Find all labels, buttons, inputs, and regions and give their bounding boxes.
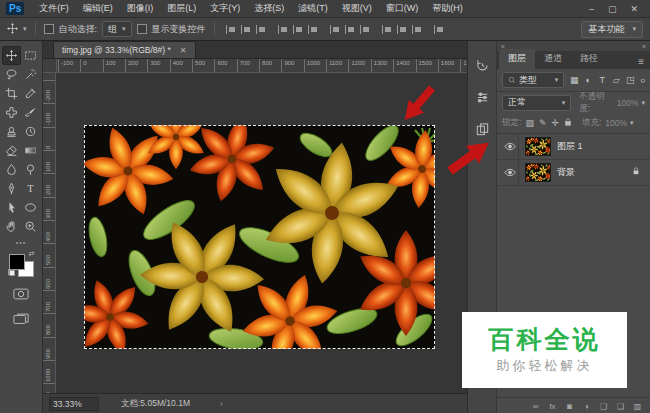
- tool-eraser[interactable]: [2, 141, 21, 160]
- new-group-icon[interactable]: ❑: [599, 402, 608, 411]
- adjustment-layer-filter-icon[interactable]: ◐: [582, 75, 594, 85]
- layer-filter-dropdown[interactable]: 类型 ▾: [502, 72, 564, 88]
- menu-item[interactable]: 图像(I): [120, 2, 161, 15]
- default-colors-icon[interactable]: [8, 269, 15, 276]
- layer-style-icon[interactable]: fx: [548, 402, 557, 411]
- tool-crop[interactable]: [2, 84, 21, 103]
- tool-eyedropper[interactable]: [21, 84, 40, 103]
- visibility-eye-icon[interactable]: [501, 160, 519, 185]
- blend-mode-dropdown[interactable]: 正常 ▾: [502, 95, 571, 111]
- tool-move[interactable]: [2, 46, 21, 65]
- distribute-left-edges[interactable]: [380, 24, 393, 35]
- snapshot-panel-icon[interactable]: [472, 119, 492, 139]
- lock-position-icon[interactable]: ✛: [551, 118, 559, 128]
- menu-item[interactable]: 图层(L): [160, 2, 203, 15]
- horizontal-ruler[interactable]: -100010020030040050060070080090010001100…: [56, 59, 467, 73]
- lock-image-pixels-icon[interactable]: ✎: [539, 118, 547, 128]
- tool-lasso[interactable]: [2, 65, 21, 84]
- canvas-viewport[interactable]: -100010020030040050060070080090010001100…: [43, 59, 467, 393]
- close-button[interactable]: ✕: [630, 4, 638, 14]
- maximize-button[interactable]: ▢: [608, 4, 617, 14]
- type-layer-filter-icon[interactable]: T: [596, 75, 608, 85]
- canvas-image[interactable]: [84, 125, 435, 349]
- shape-layer-filter-icon[interactable]: ▱: [610, 75, 622, 85]
- menu-item[interactable]: 视图(V): [335, 2, 379, 15]
- distribute-top-edges[interactable]: [328, 24, 341, 35]
- tool-clone-stamp[interactable]: [2, 122, 21, 141]
- distribute-vertical-centers[interactable]: [343, 24, 356, 35]
- workspace-switcher[interactable]: 基本功能 ▾: [581, 21, 643, 38]
- menu-item[interactable]: 滤镜(T): [291, 2, 335, 15]
- properties-panel-icon[interactable]: [472, 87, 492, 107]
- align-top-edges[interactable]: [224, 24, 237, 35]
- zoom-level-field[interactable]: 33.33%: [49, 397, 99, 411]
- collapse-right-icon[interactable]: »: [642, 43, 646, 50]
- menu-item[interactable]: 选择(S): [247, 2, 291, 15]
- minimize-button[interactable]: –: [589, 4, 594, 14]
- tool-hand[interactable]: [2, 217, 21, 236]
- panel-menu-icon[interactable]: ≡: [632, 56, 650, 69]
- menu-item[interactable]: 文件(F): [32, 2, 76, 15]
- swap-colors-icon[interactable]: ⇄: [29, 250, 35, 258]
- align-vertical-centers[interactable]: [239, 24, 252, 35]
- edit-toolbar-dots[interactable]: •••: [16, 239, 26, 246]
- distribute-horizontal-centers[interactable]: [395, 24, 408, 35]
- tool-zoom[interactable]: [21, 217, 40, 236]
- tab-close-icon[interactable]: ✕: [180, 46, 187, 55]
- status-chevron-icon[interactable]: ›: [220, 399, 223, 409]
- tool-preset-chevron-icon[interactable]: ▾: [23, 25, 27, 33]
- tab-paths[interactable]: 路径: [571, 49, 607, 69]
- pixel-layer-filter-icon[interactable]: ▦: [568, 75, 580, 85]
- quick-mask-button[interactable]: [13, 286, 29, 304]
- align-horizontal-centers[interactable]: [291, 24, 304, 35]
- distribute-right-edges[interactable]: [410, 24, 423, 35]
- document-tab[interactable]: timg.jpg @ 33.3%(RGB/8#) * ✕: [53, 41, 196, 58]
- layer-thumbnail[interactable]: [525, 163, 551, 182]
- auto-align-layers[interactable]: [432, 24, 445, 35]
- tool-brush[interactable]: [21, 103, 40, 122]
- opacity-field[interactable]: 100% ▾: [617, 98, 645, 108]
- add-layer-mask-icon[interactable]: ◙: [565, 402, 574, 411]
- tool-rectangular-marquee[interactable]: [21, 46, 40, 65]
- tab-channels[interactable]: 通道: [535, 49, 571, 69]
- link-layers-icon[interactable]: ∞: [531, 402, 540, 411]
- foreground-color-swatch[interactable]: [9, 254, 25, 270]
- tool-spot-healing-brush[interactable]: [2, 103, 21, 122]
- layer-row[interactable]: 背景: [497, 160, 650, 186]
- history-panel-icon[interactable]: [472, 55, 492, 75]
- menu-item[interactable]: 编辑(E): [76, 2, 120, 15]
- menu-item[interactable]: 帮助(H): [425, 2, 470, 15]
- align-bottom-edges[interactable]: [254, 24, 267, 35]
- layer-row[interactable]: 图层 1: [497, 134, 650, 160]
- screen-mode-button[interactable]: [13, 311, 29, 329]
- menu-item[interactable]: 窗口(W): [379, 2, 426, 15]
- lock-all-icon[interactable]: [564, 118, 572, 129]
- distribute-bottom-edges[interactable]: [358, 24, 371, 35]
- layer-thumbnail[interactable]: [525, 137, 551, 156]
- align-right-edges[interactable]: [306, 24, 319, 35]
- new-adjustment-layer-icon[interactable]: ◑: [582, 402, 591, 411]
- filter-toggle-icon[interactable]: ○: [640, 76, 645, 85]
- tool-pen[interactable]: [2, 179, 21, 198]
- tool-blur[interactable]: [2, 160, 21, 179]
- vertical-ruler[interactable]: -200-10001002003004005006007008009001000…: [43, 72, 56, 393]
- tool-quick-selection[interactable]: [21, 65, 40, 84]
- tool-dodge[interactable]: [21, 160, 40, 179]
- auto-select-checkbox[interactable]: [44, 24, 54, 34]
- visibility-eye-icon[interactable]: [501, 134, 519, 159]
- auto-select-dropdown[interactable]: 组 ▾: [102, 21, 132, 37]
- align-left-edges[interactable]: [276, 24, 289, 35]
- delete-layer-icon[interactable]: ▥: [633, 402, 642, 411]
- tool-ellipse-shape[interactable]: [21, 198, 40, 217]
- fill-field[interactable]: 100% ▾: [605, 118, 633, 128]
- smart-object-filter-icon[interactable]: ◳: [624, 75, 636, 85]
- lock-transparent-pixels-icon[interactable]: ▨: [525, 118, 534, 128]
- show-transform-checkbox[interactable]: [137, 24, 147, 34]
- menu-item[interactable]: 文字(Y): [203, 2, 247, 15]
- tab-layers[interactable]: 图层: [499, 49, 535, 69]
- tool-gradient[interactable]: [21, 141, 40, 160]
- tool-horizontal-type[interactable]: T: [21, 179, 40, 198]
- new-layer-icon[interactable]: ❏: [616, 402, 625, 411]
- tool-history-brush[interactable]: [21, 122, 40, 141]
- tool-path-selection[interactable]: [2, 198, 21, 217]
